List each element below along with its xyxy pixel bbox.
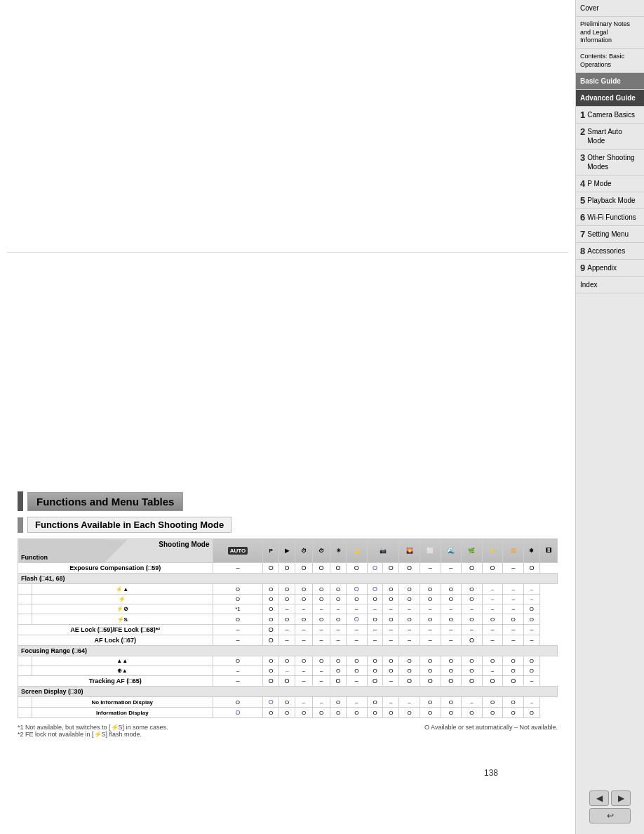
group-label-flash: Flash (□41, 68) <box>18 574 558 584</box>
page-number: 138 <box>484 768 498 778</box>
sidebar-num-1: 1 <box>580 110 585 119</box>
table-row: No Information Display OOO––O –O ––OO–OO… <box>18 697 558 708</box>
footnotes-left: *1 Not available, but switches to [⚡S] i… <box>18 724 168 738</box>
sidebar-item-prelim[interactable]: Preliminary Notes and Legal Information <box>576 17 644 49</box>
col-icon14: 🔆 <box>503 539 524 563</box>
table-row-group-flash: Flash (□41, 68) <box>18 574 558 584</box>
table-row: ⚡▲ OOOOOO OO OOOOO––– <box>18 584 558 595</box>
main-content: Functions and Menu Tables Functions Avai… <box>0 0 575 834</box>
func-flash4: ⚡S <box>32 614 213 625</box>
sidebar-item-ch1[interactable]: 1 Camera Basics <box>576 107 644 124</box>
col-icon12: 🌿 <box>462 539 483 563</box>
cell: – <box>213 563 263 574</box>
sidebar-item-ch6[interactable]: 6 Wi-Fi Functions <box>576 209 644 226</box>
cell: O <box>313 563 330 574</box>
sidebar-num-5: 5 <box>580 196 585 205</box>
sidebar-item-cover[interactable]: Cover <box>576 0 644 17</box>
sidebar-index-label: Index <box>580 281 597 289</box>
sidebar-item-ch8[interactable]: 8 Accessories <box>576 243 644 260</box>
footnotes: *1 Not available, but switches to [⚡S] i… <box>18 724 558 738</box>
footnote2: *2 FE lock not available in [⚡S] flash m… <box>18 731 168 738</box>
col-icon5: ⏱ <box>313 539 330 563</box>
table-row: ⚡⊘ *1O–––– –– –––––––O <box>18 604 558 614</box>
cell: O <box>295 563 313 574</box>
cell: O <box>399 563 420 574</box>
sidebar-num-2: 2 <box>580 127 585 136</box>
col-icon11: 🌊 <box>441 539 462 563</box>
table-row: ⚡S OOOOOO OO OOOOOOOO <box>18 614 558 625</box>
sidebar-item-index[interactable]: Index <box>576 277 644 293</box>
sidebar-ch6-label: Wi-Fi Functions <box>587 213 636 222</box>
sidebar-item-ch7[interactable]: 7 Setting Menu <box>576 226 644 243</box>
sidebar-item-advanced-guide[interactable]: Advanced Guide <box>576 90 644 107</box>
group-label-focus: Focusing Range (□64) <box>18 646 558 656</box>
legend: O Available or set automatically – Not a… <box>424 724 558 738</box>
col-icon13: ⚡ <box>482 539 503 563</box>
sidebar: Cover Preliminary Notes and Legal Inform… <box>575 0 644 834</box>
sidebar-num-7: 7 <box>580 230 585 239</box>
sidebar-basic-guide-label: Basic Guide <box>580 77 621 85</box>
cell: O <box>524 563 540 574</box>
sidebar-ch9-label: Appendix <box>587 263 617 272</box>
subsection-header: Functions Available in Each Shooting Mod… <box>18 517 558 533</box>
section-bar-icon <box>18 491 23 511</box>
sidebar-ch5-label: Playback Mode <box>587 196 635 205</box>
sidebar-ch7-label: Setting Menu <box>587 230 629 239</box>
top-document-area <box>7 14 568 253</box>
cell: O <box>279 563 295 574</box>
cell: O <box>330 563 347 574</box>
col-icon6: ☀ <box>330 539 347 563</box>
cell: – <box>503 563 524 574</box>
col-auto: AUTO <box>213 539 263 563</box>
table-row: ▲▲ OOOOOO OO OOOOOOOO <box>18 656 558 666</box>
func-focus2: ⊕▲ <box>32 666 213 676</box>
func-flash2: ⚡ <box>32 595 213 604</box>
table-row: ⚡ OOOOOO OO OOOOO––– <box>18 595 558 604</box>
func-ae-lock: AE Lock (□59)/FE Lock (□68)*² <box>18 625 213 635</box>
nav-prev-button[interactable]: ◀ <box>589 790 609 806</box>
section-title: Functions and Menu Tables <box>27 492 183 511</box>
section-header: Functions and Menu Tables <box>18 491 558 511</box>
sidebar-item-ch9[interactable]: 9 Appendix <box>576 260 644 277</box>
col-p: P <box>263 539 279 563</box>
nav-back-row: ↩ <box>589 808 631 823</box>
table-row: Information Display OOOOOO OO OOOOOOOO <box>18 708 558 718</box>
col-icon7: 🌙 <box>346 539 367 563</box>
content-area: Functions and Menu Tables Functions Avai… <box>7 491 568 738</box>
table-row: Exposure Compensation (□59) – O O O O O … <box>18 563 558 574</box>
sidebar-ch2-label: Smart Auto Mode <box>587 127 640 145</box>
col-icon8: 📷 <box>367 539 399 563</box>
func-af-lock: AF Lock (□67) <box>18 635 213 646</box>
table-row-group-screen: Screen Display (□30) <box>18 687 558 697</box>
func-focus1: ▲▲ <box>32 656 213 666</box>
nav-next-button[interactable]: ▶ <box>611 790 631 806</box>
shooting-mode-label: Shooting Mode <box>159 541 209 548</box>
table-row: ⊕▲ –O–––O OO OOOOO–OO <box>18 666 558 676</box>
col-icon15: ❄ <box>524 539 540 563</box>
sidebar-item-ch5[interactable]: 5 Playback Mode <box>576 192 644 209</box>
cell: O <box>263 563 279 574</box>
sidebar-ch8-label: Accessories <box>587 246 625 256</box>
table-row: AE Lock (□59)/FE Lock (□68)*² –O–––– –– … <box>18 625 558 635</box>
col-icon9: 🌄 <box>399 539 420 563</box>
table-row-group-focus: Focusing Range (□64) <box>18 646 558 656</box>
cell: O <box>367 563 383 574</box>
func-flash3: ⚡⊘ <box>32 604 213 614</box>
sidebar-item-ch2[interactable]: 2 Smart Auto Mode <box>576 124 644 150</box>
sidebar-item-ch3[interactable]: 3 Other Shooting Modes <box>576 150 644 176</box>
col-icon3: ▶ <box>279 539 295 563</box>
col-icon16: 🎞 <box>539 539 557 563</box>
cell: O <box>346 563 367 574</box>
sidebar-num-4: 4 <box>580 179 585 188</box>
cell: O <box>383 563 399 574</box>
sidebar-item-contents[interactable]: Contents: Basic Operations <box>576 49 644 73</box>
sidebar-ch1-label: Camera Basics <box>587 110 635 119</box>
table-row: AF Lock (□67) –O–––– –– ––––O––– <box>18 635 558 646</box>
func-no-info: No Information Display <box>32 697 213 708</box>
sidebar-item-ch4[interactable]: 4 P Mode <box>576 176 644 192</box>
func-info-display: Information Display <box>32 708 213 718</box>
sidebar-item-basic-guide[interactable]: Basic Guide <box>576 73 644 90</box>
func-exposure-comp: Exposure Compensation (□59) <box>18 563 213 574</box>
cell: O <box>462 563 483 574</box>
nav-back-button[interactable]: ↩ <box>589 808 631 823</box>
